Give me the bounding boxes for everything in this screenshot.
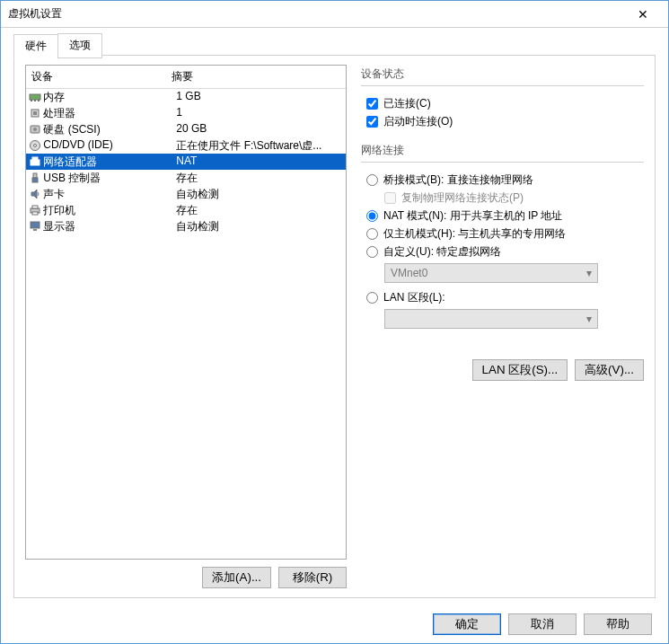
device-summary: 存在 xyxy=(176,203,344,218)
device-row[interactable]: USB 控制器 存在 xyxy=(26,170,346,186)
tabs: 硬件 选项 xyxy=(13,33,101,58)
device-name: 内存 xyxy=(41,90,176,105)
titlebar: 虚拟机设置 ✕ xyxy=(1,1,668,28)
net-icon xyxy=(28,154,41,169)
svg-rect-13 xyxy=(32,178,38,182)
device-row[interactable]: 处理器 1 xyxy=(26,105,346,121)
radio-nat[interactable]: NAT 模式(N): 用于共享主机的 IP 地址 xyxy=(366,208,644,224)
tab-options[interactable]: 选项 xyxy=(57,33,102,58)
network-connection-group: 桥接模式(B): 直接连接物理网络 复制物理网络连接状态(P) NAT 模式(N… xyxy=(361,162,644,347)
device-row[interactable]: 打印机 存在 xyxy=(26,202,346,218)
cpu-icon xyxy=(28,106,41,120)
svg-rect-5 xyxy=(33,111,37,115)
svg-rect-17 xyxy=(31,222,40,228)
window-title: 虚拟机设置 xyxy=(8,6,625,22)
svg-rect-18 xyxy=(33,229,37,231)
connected-checkbox[interactable]: 已连接(C) xyxy=(366,96,644,111)
right-column: 设备状态 已连接(C) 启动时连接(O) 网络连接 xyxy=(361,65,644,588)
disk-icon xyxy=(28,122,41,137)
svg-rect-15 xyxy=(32,206,38,208)
device-row[interactable]: 内存 1 GB xyxy=(26,89,346,105)
remove-button[interactable]: 移除(R) xyxy=(278,567,347,588)
usb-icon xyxy=(28,171,41,185)
svg-rect-0 xyxy=(30,94,40,100)
cd-icon xyxy=(28,138,41,153)
sound-icon xyxy=(28,187,41,201)
svg-rect-2 xyxy=(34,100,36,101)
device-name: 处理器 xyxy=(41,106,176,121)
device-summary: 自动检测 xyxy=(176,219,344,234)
device-name: 声卡 xyxy=(41,187,176,202)
device-list-header: 设备 摘要 xyxy=(26,66,346,89)
svg-rect-10 xyxy=(31,160,40,165)
help-button[interactable]: 帮助 xyxy=(584,613,652,635)
device-list[interactable]: 设备 摘要 内存 1 GB 处理器 1 硬盘 (SCSI) 20 GB CD/D… xyxy=(25,65,347,560)
display-icon xyxy=(28,219,41,234)
svg-rect-16 xyxy=(32,212,38,215)
dialog-footer: 确定 取消 帮助 xyxy=(1,605,668,643)
connect-at-poweron-checkbox[interactable]: 启动时连接(O) xyxy=(366,114,644,129)
svg-point-9 xyxy=(33,145,36,147)
device-name: 显示器 xyxy=(41,219,176,234)
device-status-title: 设备状态 xyxy=(361,66,644,82)
device-name: USB 控制器 xyxy=(41,171,176,186)
device-summary: 1 xyxy=(176,106,344,121)
ok-button[interactable]: 确定 xyxy=(433,613,501,635)
custom-vmnet-combo: VMnet0 ▾ xyxy=(384,263,598,283)
chevron-down-icon: ▾ xyxy=(586,313,592,325)
hardware-panel: 设备 摘要 内存 1 GB 处理器 1 硬盘 (SCSI) 20 GB CD/D… xyxy=(13,55,656,598)
device-row[interactable]: 声卡 自动检测 xyxy=(26,186,346,202)
device-name: CD/DVD (IDE) xyxy=(41,138,176,154)
radio-bridged[interactable]: 桥接模式(B): 直接连接物理网络 xyxy=(366,172,644,188)
left-column: 设备 摘要 内存 1 GB 处理器 1 硬盘 (SCSI) 20 GB CD/D… xyxy=(25,65,347,588)
svg-rect-3 xyxy=(38,100,40,101)
close-button[interactable]: ✕ xyxy=(625,2,661,27)
device-name: 网络适配器 xyxy=(41,154,176,170)
device-row[interactable]: 硬盘 (SCSI) 20 GB xyxy=(26,121,346,137)
device-name: 打印机 xyxy=(41,203,176,218)
lan-segments-button[interactable]: LAN 区段(S)... xyxy=(472,359,568,381)
device-summary: 20 GB xyxy=(176,122,344,137)
svg-rect-11 xyxy=(32,157,38,160)
device-summary: 自动检测 xyxy=(176,187,344,202)
svg-rect-1 xyxy=(31,100,32,101)
content: 硬件 选项 设备 摘要 内存 1 GB 处理器 1 硬盘 (SCSI) 20 G… xyxy=(1,28,668,605)
cancel-button[interactable]: 取消 xyxy=(508,613,577,635)
device-summary: NAT xyxy=(176,154,344,170)
memory-icon xyxy=(28,90,41,104)
tab-hardware[interactable]: 硬件 xyxy=(13,34,58,59)
device-name: 硬盘 (SCSI) xyxy=(41,122,176,137)
device-summary: 正在使用文件 F:\Software\虚... xyxy=(176,138,344,154)
svg-rect-12 xyxy=(33,173,37,178)
header-device: 设备 xyxy=(26,66,166,88)
vm-settings-window: 虚拟机设置 ✕ 硬件 选项 设备 摘要 内存 1 GB 处理器 1 硬盘 (SC… xyxy=(0,0,669,644)
replicate-phys-checkbox: 复制物理网络连接状态(P) xyxy=(384,190,644,206)
advanced-button[interactable]: 高级(V)... xyxy=(575,359,644,381)
device-summary: 1 GB xyxy=(176,90,344,105)
network-connection-title: 网络连接 xyxy=(361,143,644,158)
radio-custom[interactable]: 自定义(U): 特定虚拟网络 xyxy=(366,244,644,260)
svg-point-7 xyxy=(33,128,37,131)
chevron-down-icon: ▾ xyxy=(586,267,592,279)
device-row[interactable]: 显示器 自动检测 xyxy=(26,218,346,234)
device-row[interactable]: CD/DVD (IDE) 正在使用文件 F:\Software\虚... xyxy=(26,137,346,154)
add-button[interactable]: 添加(A)... xyxy=(202,567,271,588)
radio-host-only[interactable]: 仅主机模式(H): 与主机共享的专用网络 xyxy=(366,226,644,242)
device-summary: 存在 xyxy=(176,171,344,186)
printer-icon xyxy=(28,203,41,217)
header-summary: 摘要 xyxy=(166,66,198,88)
device-row[interactable]: 网络适配器 NAT xyxy=(26,154,346,170)
device-status-group: 已连接(C) 启动时连接(O) xyxy=(361,85,644,143)
lan-segment-combo: ▾ xyxy=(384,309,598,329)
radio-lan-segment[interactable]: LAN 区段(L): xyxy=(366,290,644,305)
